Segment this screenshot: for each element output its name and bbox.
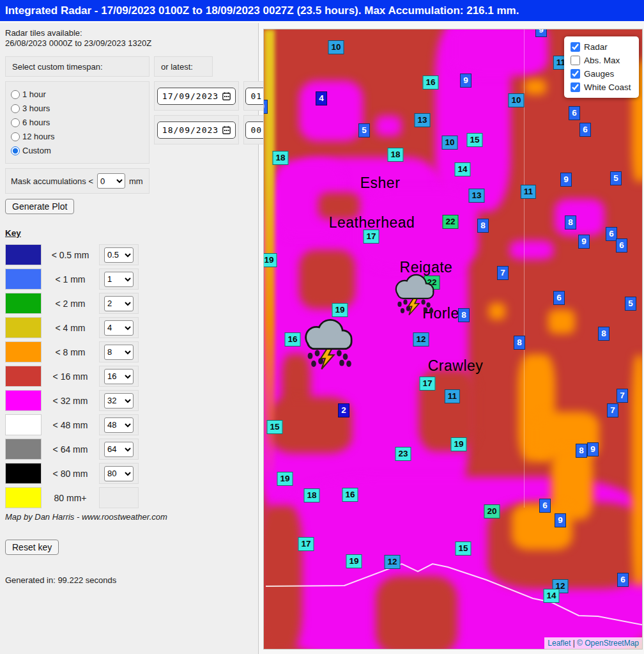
gauge-marker[interactable]: 7 (607, 403, 618, 417)
gauge-marker[interactable]: 19 (450, 437, 466, 451)
layer-checkbox[interactable] (571, 42, 580, 52)
end-date-input[interactable]: 18/09/2023 (157, 121, 236, 139)
key-threshold-select[interactable]: 4 (104, 320, 134, 336)
key-threshold-select[interactable]: 64 (104, 442, 134, 457)
calendar-icon[interactable] (222, 92, 231, 100)
gauge-marker[interactable]: 15 (455, 541, 471, 556)
layer-toggle-gauges[interactable]: Gauges (571, 69, 632, 79)
gauge-marker[interactable]: 2 (338, 403, 349, 417)
radio-input[interactable] (11, 118, 20, 127)
gauge-marker[interactable]: 18 (387, 148, 403, 162)
gauge-marker[interactable]: 12 (413, 332, 429, 346)
gauge-marker[interactable]: 5 (610, 171, 622, 185)
gauge-marker[interactable]: 18 (272, 151, 288, 165)
radio-input[interactable] (11, 146, 20, 155)
key-swatch (5, 390, 42, 411)
gauge-marker[interactable]: 13 (468, 189, 484, 203)
gauge-marker[interactable]: 17 (363, 230, 379, 244)
latest-radio-3-hours[interactable]: 3 hours (11, 102, 144, 114)
gauge-marker[interactable]: 16 (284, 332, 300, 346)
gauge-marker[interactable]: 8 (565, 215, 576, 230)
gauge-marker[interactable]: 11 (445, 389, 460, 403)
gauge-marker[interactable]: 22 (442, 215, 458, 229)
key-threshold-select[interactable]: 1 (104, 272, 134, 287)
gauge-marker[interactable]: 17 (419, 377, 435, 391)
gauge-marker[interactable]: 10 (508, 93, 524, 107)
gauge-marker[interactable]: 19 (346, 554, 362, 568)
gauge-marker[interactable]: 17 (298, 537, 314, 551)
map-attribution: Leaflet | © OpenStreetMap (544, 637, 642, 649)
key-swatch (5, 317, 42, 338)
gauge-marker[interactable]: 9 (560, 173, 572, 187)
gauge-marker[interactable]: 16 (342, 488, 358, 502)
key-threshold-select[interactable]: 48 (104, 417, 134, 433)
gauge-marker[interactable]: 5 (358, 123, 370, 137)
key-threshold-select[interactable]: 2 (104, 296, 134, 311)
gauge-marker[interactable]: 20 (484, 504, 500, 518)
gauge-marker[interactable]: 9 (460, 74, 471, 88)
gauge-marker[interactable]: 9 (578, 235, 590, 249)
gauge-marker[interactable]: 7 (617, 389, 628, 403)
gauge-marker[interactable]: 8 (576, 444, 587, 458)
gauge-marker[interactable]: 11 (521, 185, 536, 199)
gauge-marker[interactable]: 19 (263, 253, 277, 267)
gauge-marker[interactable]: 4 (316, 91, 327, 105)
radio-input[interactable] (11, 132, 20, 141)
layer-toggle-radar[interactable]: Radar (571, 42, 632, 52)
radio-input[interactable] (11, 104, 20, 113)
gauge-marker[interactable]: 14 (543, 589, 559, 603)
gauge-marker[interactable]: 6 (617, 573, 629, 587)
gauge-marker[interactable]: 19 (277, 472, 293, 486)
gauge-marker[interactable]: 9 (535, 29, 547, 37)
key-threshold-select[interactable]: 16 (104, 369, 134, 384)
latest-radio-12-hours[interactable]: 12 hours (11, 130, 144, 143)
gauge-marker[interactable]: 13 (414, 113, 430, 127)
gauge-marker[interactable]: 5 (625, 297, 636, 311)
gauge-marker[interactable]: 15 (266, 420, 282, 434)
gauge-marker[interactable]: 6 (553, 291, 565, 305)
generate-plot-button[interactable]: Generate Plot (5, 199, 74, 214)
gauge-marker[interactable]: 6 (569, 106, 580, 120)
gauge-marker[interactable]: 10 (328, 40, 344, 54)
gauge-marker[interactable]: 8 (458, 308, 470, 322)
layer-checkbox[interactable] (571, 82, 580, 92)
gauge-marker[interactable]: 8 (477, 219, 489, 233)
reset-key-button[interactable]: Reset key (5, 540, 59, 555)
gauge-marker[interactable]: 7 (497, 266, 509, 280)
radio-input[interactable] (11, 90, 20, 99)
layers-control[interactable]: RadarAbs. MaxGaugesWhite Coast (564, 36, 639, 98)
openstreetmap-link[interactable]: © OpenStreetMap (577, 639, 639, 648)
gauge-marker[interactable]: 16 (422, 75, 438, 90)
gauge-marker[interactable]: 6 (579, 123, 591, 137)
key-threshold-select[interactable]: 80 (104, 466, 134, 481)
layer-toggle-abs-max[interactable]: Abs. Max (571, 56, 632, 65)
latest-radio-6-hours[interactable]: 6 hours (11, 116, 144, 128)
gauge-marker[interactable]: 10 (441, 136, 457, 150)
gauge-marker[interactable]: 9 (555, 513, 566, 527)
latest-radio-1-hour[interactable]: 1 hour (11, 88, 144, 100)
gauge-marker[interactable]: 6 (539, 499, 551, 513)
latest-radio-custom[interactable]: Custom (11, 144, 144, 157)
gauge-marker[interactable]: 9 (587, 442, 599, 456)
layer-toggle-white-coast[interactable]: White Coast (571, 82, 632, 92)
radar-map[interactable]: EsherLeatherheadReigateHorleyCrawley 104… (263, 29, 643, 650)
gauge-marker[interactable]: 9 (263, 100, 268, 114)
gauge-marker[interactable]: 12 (384, 555, 400, 569)
gauge-marker[interactable]: 6 (616, 238, 627, 253)
gauge-marker[interactable]: 15 (466, 133, 482, 147)
gauge-marker[interactable]: 8 (598, 327, 610, 341)
mask-select[interactable]: 0 (97, 173, 125, 189)
key-threshold-select[interactable]: 0.5 (104, 247, 134, 263)
key-swatch (5, 293, 42, 314)
calendar-icon[interactable] (222, 126, 231, 134)
start-date-input[interactable]: 17/09/2023 (157, 88, 236, 105)
leaflet-link[interactable]: Leaflet (548, 639, 571, 648)
key-threshold-select[interactable]: 32 (104, 393, 134, 409)
gauge-marker[interactable]: 18 (303, 488, 319, 502)
layer-checkbox[interactable] (571, 56, 580, 65)
gauge-marker[interactable]: 14 (454, 162, 470, 176)
gauge-marker[interactable]: 23 (395, 447, 411, 461)
layer-checkbox[interactable] (571, 69, 580, 79)
key-threshold-select[interactable]: 8 (104, 345, 134, 360)
gauge-marker[interactable]: 8 (514, 336, 525, 350)
